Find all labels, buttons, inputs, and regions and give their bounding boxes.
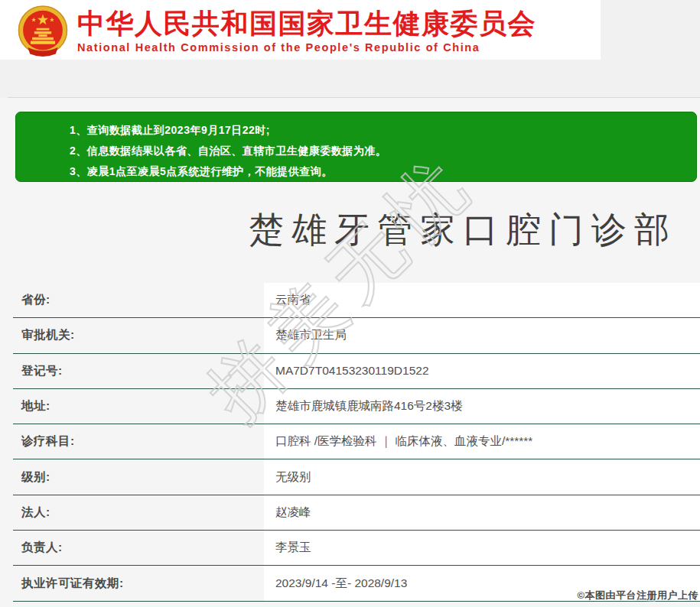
field-value: 楚雄市卫生局 <box>264 318 700 352</box>
field-value: 李景玉 <box>264 531 700 565</box>
field-value: 楚雄市鹿城镇鹿城南路416号2楼3楼 <box>264 389 700 424</box>
site-header: 中华人民共和国国家卫生健康委员会 National Health Commiss… <box>0 0 601 60</box>
field-value: 无级别 <box>264 459 700 494</box>
site-title-chinese: 中华人民共和国国家卫生健康委员会 <box>77 8 536 40</box>
field-value: 云南省 <box>264 283 700 317</box>
field-value: 口腔科 /医学检验科 ｜ 临床体液、血液专业/****** <box>264 424 700 459</box>
notice-line-1: 1、查询数据截止到2023年9月17日22时; <box>70 120 689 141</box>
row-person-in-charge: 负责人: 李景玉 <box>13 531 700 566</box>
row-registration-number: 登记号: MA7D7T04153230119D1522 <box>13 354 700 389</box>
field-label: 级别: <box>13 459 264 494</box>
field-label: 省份: <box>13 283 264 317</box>
row-legal-person: 法人: 赵凌峰 <box>13 495 700 531</box>
institution-name: 楚雄牙管家口腔门诊部 <box>249 208 677 251</box>
site-title-english: National Health Commission of the People… <box>77 41 536 54</box>
notice-box: 1、查询数据截止到2023年9月17日22时; 2、信息数据结果以各省、自治区、… <box>15 112 697 182</box>
field-label: 诊疗科目: <box>13 424 264 459</box>
field-label: 地址: <box>13 389 264 424</box>
field-label: 执业许可证有效期: <box>13 566 264 600</box>
field-label: 审批机关: <box>13 318 264 352</box>
header-titles: 中华人民共和国国家卫生健康委员会 National Health Commiss… <box>77 7 536 54</box>
field-value: MA7D7T04153230119D1522 <box>264 354 700 388</box>
row-province: 省份: 云南省 <box>13 283 700 318</box>
field-value: 赵凌峰 <box>264 495 700 530</box>
row-approval-authority: 审批机关: 楚雄市卫生局 <box>13 318 700 353</box>
row-level: 级别: 无级别 <box>13 459 700 495</box>
field-label: 负责人: <box>13 531 264 565</box>
row-address: 地址: 楚雄市鹿城镇鹿城南路416号2楼3楼 <box>13 389 700 424</box>
institution-info-table: 省份: 云南省 审批机关: 楚雄市卫生局 登记号: MA7D7T04153230… <box>13 283 700 602</box>
notice-line-2: 2、信息数据结果以各省、自治区、直辖市卫生健康委数据为准。 <box>70 141 689 161</box>
upload-credit-text: ©本图由平台注册用户上传 <box>577 589 698 602</box>
notice-line-3: 3、凌晨1点至凌晨5点系统进行维护，不能提供查询。 <box>70 161 689 182</box>
china-national-emblem-icon <box>16 4 70 59</box>
field-label: 法人: <box>13 495 264 530</box>
content-panel: 1、查询数据截止到2023年9月17日22时; 2、信息数据结果以各省、自治区、… <box>0 98 700 607</box>
row-clinical-departments: 诊疗科目: 口腔科 /医学检验科 ｜ 临床体液、血液专业/****** <box>13 424 700 459</box>
field-label: 登记号: <box>13 354 264 388</box>
